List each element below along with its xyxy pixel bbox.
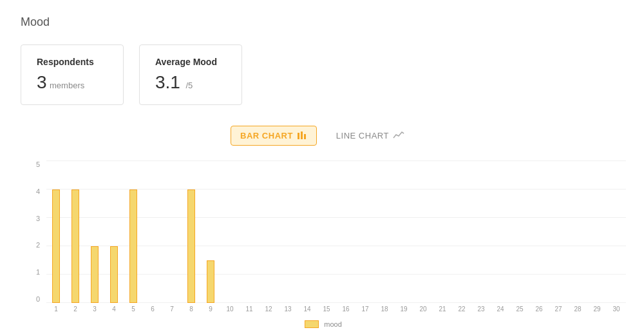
bar-slot-8 bbox=[182, 161, 201, 303]
bar-slot-25 bbox=[510, 161, 529, 303]
bar-chart-button[interactable]: BAR CHART bbox=[231, 126, 317, 146]
x-label-16: 16 bbox=[336, 306, 355, 313]
y-label-3: 3 bbox=[36, 215, 40, 222]
x-label-5: 5 bbox=[124, 306, 143, 313]
bar-3 bbox=[91, 246, 99, 303]
bar-slot-17 bbox=[355, 161, 375, 303]
bar-chart-icon bbox=[297, 130, 307, 141]
bar-slot-22 bbox=[452, 161, 471, 303]
svg-rect-1 bbox=[301, 131, 303, 139]
respondents-card-title: Respondents bbox=[37, 57, 108, 67]
bar-5 bbox=[129, 189, 137, 303]
x-label-15: 15 bbox=[317, 306, 336, 313]
page-title: Mood bbox=[21, 15, 623, 29]
respondents-card-value: 3 members bbox=[37, 72, 108, 93]
cards-row: Respondents 3 members Average Mood 3.1 /… bbox=[21, 44, 623, 105]
bar-slot-24 bbox=[491, 161, 510, 303]
bar-2 bbox=[71, 189, 79, 303]
legend-label: mood bbox=[324, 320, 342, 328]
bar-slot-1 bbox=[46, 161, 66, 303]
y-label-5: 5 bbox=[36, 161, 40, 168]
bar-slot-30 bbox=[607, 161, 626, 303]
bar-slot-21 bbox=[433, 161, 452, 303]
x-label-30: 30 bbox=[607, 306, 626, 313]
legend-row: mood bbox=[21, 320, 626, 328]
bar-slot-23 bbox=[471, 161, 491, 303]
bar-4 bbox=[110, 246, 118, 303]
chart-area: 5 4 3 2 1 0 1234567891011121314151617181… bbox=[21, 161, 626, 328]
legend-box bbox=[305, 320, 319, 328]
x-label-25: 25 bbox=[510, 306, 529, 313]
bar-slot-2 bbox=[66, 161, 85, 303]
x-label-23: 23 bbox=[471, 306, 491, 313]
bar-slot-11 bbox=[240, 161, 259, 303]
bar-slot-27 bbox=[549, 161, 568, 303]
svg-rect-2 bbox=[304, 134, 306, 139]
line-chart-button[interactable]: LINE CHART bbox=[327, 126, 413, 145]
respondents-card: Respondents 3 members bbox=[21, 44, 124, 105]
y-axis: 5 4 3 2 1 0 bbox=[21, 161, 44, 303]
bar-chart-label: BAR CHART bbox=[240, 131, 293, 141]
x-label-27: 27 bbox=[549, 306, 568, 313]
x-label-10: 10 bbox=[220, 306, 240, 313]
y-label-0: 0 bbox=[36, 296, 40, 303]
bar-slot-19 bbox=[394, 161, 413, 303]
x-label-29: 29 bbox=[587, 306, 607, 313]
x-label-12: 12 bbox=[259, 306, 278, 313]
bar-slot-4 bbox=[104, 161, 124, 303]
x-label-11: 11 bbox=[240, 306, 259, 313]
x-label-22: 22 bbox=[452, 306, 471, 313]
x-label-4: 4 bbox=[104, 306, 124, 313]
bar-slot-13 bbox=[278, 161, 298, 303]
x-label-20: 20 bbox=[413, 306, 433, 313]
bar-slot-5 bbox=[124, 161, 143, 303]
bar-8 bbox=[187, 189, 195, 303]
x-label-3: 3 bbox=[85, 306, 104, 313]
y-label-1: 1 bbox=[36, 269, 40, 276]
bar-slot-28 bbox=[568, 161, 587, 303]
bar-slot-29 bbox=[587, 161, 607, 303]
bars-row bbox=[46, 161, 626, 303]
bar-9 bbox=[207, 260, 214, 303]
x-label-8: 8 bbox=[182, 306, 201, 313]
bar-slot-26 bbox=[529, 161, 549, 303]
x-axis: 1234567891011121314151617181920212223242… bbox=[21, 306, 626, 313]
y-label-2: 2 bbox=[36, 242, 40, 249]
respondents-value: 3 bbox=[37, 72, 47, 92]
bar-slot-10 bbox=[220, 161, 240, 303]
bar-slot-16 bbox=[336, 161, 355, 303]
x-label-1: 1 bbox=[46, 306, 66, 313]
x-label-28: 28 bbox=[568, 306, 587, 313]
average-mood-card-title: Average Mood bbox=[155, 57, 226, 67]
chart-container: 5 4 3 2 1 0 bbox=[21, 161, 626, 303]
bar-slot-15 bbox=[317, 161, 336, 303]
average-mood-value: 3.1 bbox=[155, 72, 180, 92]
bar-slot-20 bbox=[413, 161, 433, 303]
bar-slot-6 bbox=[143, 161, 162, 303]
bar-slot-9 bbox=[201, 161, 220, 303]
x-label-7: 7 bbox=[162, 306, 182, 313]
x-label-6: 6 bbox=[143, 306, 162, 313]
bar-slot-7 bbox=[162, 161, 182, 303]
line-chart-icon bbox=[393, 130, 404, 141]
bar-slot-3 bbox=[85, 161, 104, 303]
x-label-18: 18 bbox=[375, 306, 394, 313]
x-label-13: 13 bbox=[278, 306, 298, 313]
bar-slot-12 bbox=[259, 161, 278, 303]
x-label-26: 26 bbox=[529, 306, 549, 313]
x-label-21: 21 bbox=[433, 306, 452, 313]
x-label-24: 24 bbox=[491, 306, 510, 313]
x-label-9: 9 bbox=[201, 306, 220, 313]
grid-and-bars bbox=[46, 161, 626, 303]
bar-slot-14 bbox=[298, 161, 317, 303]
average-mood-card-value: 3.1 /5 bbox=[155, 72, 226, 93]
x-label-14: 14 bbox=[298, 306, 317, 313]
x-label-19: 19 bbox=[394, 306, 413, 313]
bar-1 bbox=[52, 189, 60, 303]
average-mood-sub: /5 bbox=[185, 81, 193, 90]
svg-rect-0 bbox=[298, 133, 299, 139]
bar-slot-18 bbox=[375, 161, 394, 303]
line-chart-label: LINE CHART bbox=[336, 131, 389, 141]
chart-toggle: BAR CHART LINE CHART bbox=[21, 126, 623, 146]
x-label-17: 17 bbox=[355, 306, 375, 313]
